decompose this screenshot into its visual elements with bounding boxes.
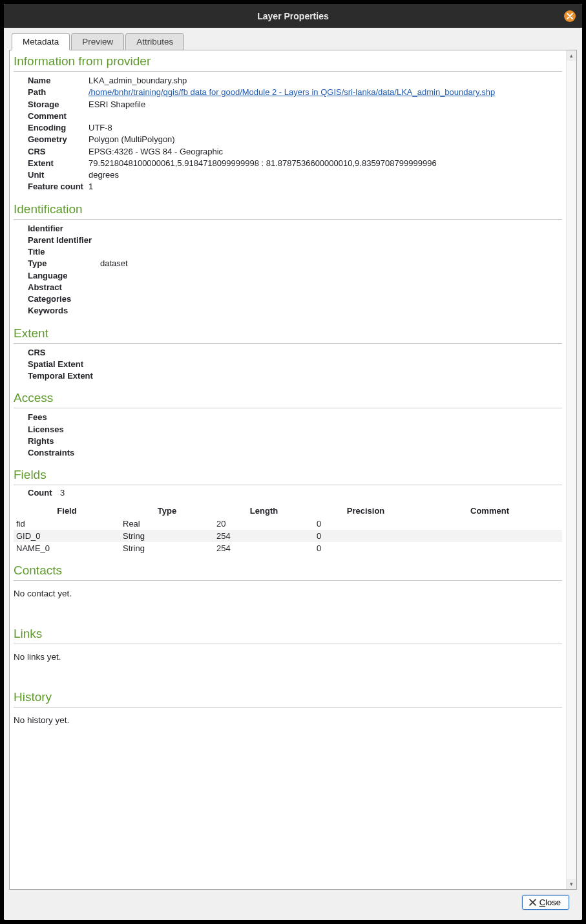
tab-metadata[interactable]: Metadata (12, 33, 70, 50)
window-title: Layer Properties (257, 11, 329, 21)
field-length: 254 (214, 542, 314, 554)
fields-head-field: Field (14, 504, 120, 518)
section-history-title: History (14, 690, 562, 708)
field-length: 20 (214, 518, 314, 530)
field-comment (417, 542, 562, 554)
ident-categories-label: Categories (28, 294, 100, 304)
ident-parent-label: Parent Identifier (28, 235, 100, 246)
ident-type-value: dataset (100, 258, 128, 269)
provider-encoding-value: UTF-8 (89, 123, 112, 133)
field-name: fid (14, 518, 120, 530)
field-type: String (120, 530, 214, 542)
field-type: String (120, 542, 214, 554)
field-precision: 0 (314, 518, 417, 530)
access-kv: Fees Licenses Rights Constraints (14, 410, 562, 459)
provider-kv: NameLKA_admin_boundary.shp Path/home/bnh… (14, 73, 562, 193)
ident-abstract-label: Abstract (28, 282, 100, 293)
section-extent-title: Extent (14, 326, 562, 344)
fields-count-value: 3 (60, 488, 65, 498)
links-message: No links yet. (14, 646, 562, 681)
table-row: NAME_0 String 254 0 (14, 542, 562, 554)
provider-geometry-label: Geometry (28, 134, 89, 145)
extent-crs-label: CRS (28, 348, 100, 358)
section-provider-title: Information from provider (14, 54, 562, 72)
fields-head-type: Type (120, 504, 214, 518)
tab-attributes[interactable]: Attributes (125, 33, 184, 50)
table-row: fid Real 20 0 (14, 518, 562, 530)
section-links-title: Links (14, 627, 562, 644)
provider-name-value: LKA_admin_boundary.shp (89, 76, 187, 86)
close-button-label: Close (539, 898, 561, 907)
fields-head-precision: Precision (314, 504, 417, 518)
provider-geometry-value: Polygon (MultiPolygon) (89, 134, 175, 145)
field-name: NAME_0 (14, 542, 120, 554)
section-contacts-title: Contacts (14, 563, 562, 581)
provider-extent-label: Extent (28, 158, 89, 169)
titlebar: Layer Properties (4, 4, 582, 28)
fields-head-length: Length (214, 504, 314, 518)
ident-keywords-label: Keywords (28, 306, 100, 316)
scroll-track[interactable] (567, 61, 576, 879)
extent-temporal-label: Temporal Extent (28, 371, 100, 381)
provider-extent-value: 79.5218048100000061,5.9184718099999998 :… (89, 158, 437, 169)
extent-kv: CRS Spatial Extent Temporal Extent (14, 345, 562, 383)
provider-encoding-label: Encoding (28, 123, 89, 133)
ident-type-label: Type (28, 258, 100, 269)
provider-name-label: Name (28, 76, 89, 86)
field-type: Real (120, 518, 214, 530)
provider-comment-label: Comment (28, 111, 89, 121)
fields-count-label: Count (28, 488, 60, 498)
provider-crs-label: CRS (28, 147, 89, 157)
access-rights-label: Rights (28, 436, 89, 446)
provider-storage-value: ESRI Shapefile (89, 100, 145, 110)
scroll-up-button[interactable]: ▴ (567, 50, 576, 61)
fields-head-comment: Comment (417, 504, 562, 518)
tab-bar: Metadata Preview Attributes (9, 33, 577, 50)
identification-kv: Identifier Parent Identifier Title Typed… (14, 221, 562, 317)
provider-unit-value: degrees (89, 170, 119, 180)
provider-crs-value: EPSG:4326 - WGS 84 - Geographic (89, 147, 223, 157)
close-button[interactable]: Close (522, 895, 569, 910)
window-close-button[interactable] (564, 10, 576, 22)
access-licenses-label: Licenses (28, 425, 89, 435)
dialog-footer: Close (9, 890, 577, 915)
tab-preview[interactable]: Preview (71, 33, 124, 50)
dialog-window: Layer Properties Metadata Preview Attrib… (4, 4, 582, 920)
access-fees-label: Fees (28, 412, 89, 423)
table-row: GID_0 String 254 0 (14, 530, 562, 542)
extent-spatial-label: Spatial Extent (28, 359, 100, 370)
field-comment (417, 518, 562, 530)
provider-featurecount-label: Feature count (28, 182, 89, 192)
field-precision: 0 (314, 542, 417, 554)
section-fields-title: Fields (14, 468, 562, 485)
field-comment (417, 530, 562, 542)
ident-language-label: Language (28, 271, 100, 281)
chevron-down-icon: ▾ (570, 881, 573, 887)
access-constraints-label: Constraints (28, 448, 89, 458)
history-message: No history yet. (14, 709, 562, 728)
provider-path-label: Path (28, 87, 89, 98)
chevron-up-icon: ▴ (570, 52, 573, 59)
field-name: GID_0 (14, 530, 120, 542)
field-precision: 0 (314, 530, 417, 542)
field-length: 254 (214, 530, 314, 542)
scroll-down-button[interactable]: ▾ (567, 879, 576, 889)
ident-title-label: Title (28, 247, 100, 257)
contacts-message: No contact yet. (14, 582, 562, 618)
close-icon (567, 13, 573, 19)
section-identification-title: Identification (14, 202, 562, 220)
provider-featurecount-value: 1 (89, 182, 93, 192)
metadata-panel: Information from provider NameLKA_admin_… (9, 50, 577, 890)
close-icon (529, 899, 536, 906)
provider-unit-label: Unit (28, 170, 89, 180)
provider-path-link[interactable]: /home/bnhr/training/qgis/fb data for goo… (89, 87, 495, 97)
provider-storage-label: Storage (28, 100, 89, 110)
vertical-scrollbar[interactable]: ▴ ▾ (566, 50, 576, 889)
section-access-title: Access (14, 391, 562, 408)
ident-identifier-label: Identifier (28, 224, 100, 234)
fields-table: Field Type Length Precision Comment fid … (14, 504, 562, 554)
